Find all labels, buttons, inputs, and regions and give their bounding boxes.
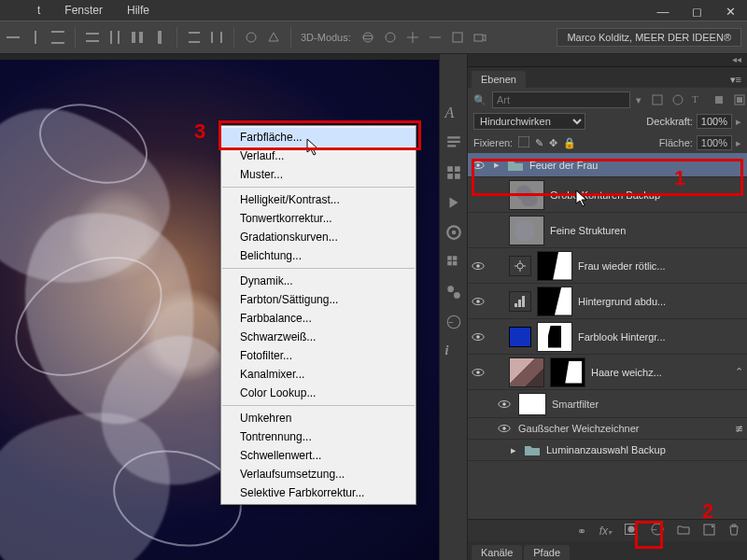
menu-item-invert[interactable]: Umkehren <box>221 409 416 427</box>
expand-icon[interactable]: ▸ <box>492 159 501 171</box>
smart-filter-item[interactable]: Gaußscher Weichzeichner ≢ <box>468 418 747 440</box>
lock-transparency-icon[interactable] <box>518 136 529 149</box>
layer-group[interactable]: ▸ Feuer der Frau <box>468 153 747 177</box>
layer-name[interactable]: Haare weichz... <box>591 367 729 378</box>
link-layers-icon[interactable]: ⚭ <box>577 525 586 538</box>
layer-group[interactable]: ▸ Luminanzauswahl Backup <box>468 440 747 461</box>
menu-item-threshold[interactable]: Schwellenwert... <box>221 446 416 465</box>
fill-value[interactable]: 100% <box>697 135 732 150</box>
tab-paths[interactable]: Pfade <box>524 545 570 560</box>
layer-row[interactable]: Feine Strukturen <box>468 213 747 248</box>
info-panel-icon[interactable]: i <box>445 343 462 360</box>
visibility-toggle[interactable] <box>470 258 486 274</box>
menu-item-brightness[interactable]: Helligkeit/Kontrast... <box>221 190 416 209</box>
visibility-toggle[interactable] <box>486 441 503 458</box>
visibility-toggle[interactable] <box>470 187 486 203</box>
layer-mask[interactable] <box>537 251 572 281</box>
menu-item-pattern[interactable]: Muster... <box>221 165 416 184</box>
menu-item[interactable]: t <box>37 4 40 17</box>
3d-camera-icon[interactable] <box>472 30 487 45</box>
minimize-button[interactable]: — <box>646 2 680 21</box>
distribute-icon[interactable] <box>209 30 224 45</box>
layer-mask[interactable] <box>550 357 585 387</box>
opacity-value[interactable]: 100% <box>697 114 732 129</box>
menu-item-color-balance[interactable]: Farbbalance... <box>221 309 416 328</box>
filter-mask[interactable] <box>518 393 546 415</box>
visibility-toggle[interactable] <box>470 293 486 310</box>
add-mask-icon[interactable] <box>625 524 638 538</box>
styles-panel-icon[interactable] <box>445 284 462 301</box>
layer-effects-icon[interactable]: fx▾ <box>599 525 612 538</box>
layer-name[interactable]: Farblook Hintergr... <box>578 331 743 343</box>
layer-name[interactable]: Feine Strukturen <box>550 225 743 236</box>
menu-item-levels[interactable]: Tonwertkorrektur... <box>221 209 416 228</box>
delete-layer-icon[interactable] <box>728 524 740 539</box>
layer-row[interactable]: Farblook Hintergr... <box>468 319 747 355</box>
menu-item-selective-color[interactable]: Selektive Farbkorrektur... <box>221 483 416 502</box>
align-icon[interactable] <box>50 30 65 45</box>
maximize-button[interactable]: ◻ <box>680 2 713 21</box>
new-layer-icon[interactable] <box>703 524 715 539</box>
new-adjustment-layer-icon[interactable] <box>651 523 664 539</box>
menu-item-bw[interactable]: Schwarzweiß... <box>221 328 416 346</box>
layer-row[interactable]: Haare weichz... ⌃ <box>468 355 747 390</box>
layer-filter-input[interactable] <box>492 91 630 108</box>
layer-mask[interactable] <box>537 287 572 316</box>
menu-item-color-lookup[interactable]: Color Lookup... <box>221 384 416 402</box>
layer-row[interactable]: Grobe Konturen Backup <box>468 177 747 213</box>
swatches-panel-icon[interactable] <box>445 254 462 271</box>
3d-scale-icon[interactable] <box>450 30 465 45</box>
actions-panel-icon[interactable] <box>445 194 462 211</box>
panel-collapse-bar[interactable]: ◂◂ <box>468 54 747 67</box>
3d-icon[interactable] <box>244 30 259 45</box>
3d-roll-icon[interactable] <box>383 30 398 45</box>
3d-icon[interactable] <box>266 30 281 45</box>
distribute-icon[interactable] <box>85 30 100 45</box>
menu-item-hue[interactable]: Farbton/Sättigung... <box>221 290 416 309</box>
visibility-toggle[interactable] <box>470 157 486 174</box>
panel-icon[interactable] <box>445 164 462 181</box>
layer-name[interactable]: Feuer der Frau <box>529 160 743 171</box>
panel-menu-icon[interactable]: ▾≡ <box>725 72 747 88</box>
layer-thumbnail[interactable] <box>509 357 544 387</box>
layer-mask[interactable] <box>537 322 572 352</box>
align-icon[interactable] <box>28 30 43 45</box>
lock-position-icon[interactable]: ✥ <box>549 137 557 149</box>
tab-channels[interactable]: Kanäle <box>472 545 522 560</box>
visibility-toggle[interactable] <box>470 222 486 239</box>
filter-adjust-icon[interactable] <box>671 93 684 106</box>
filter-type-icon[interactable]: T <box>692 93 705 106</box>
layer-thumbnail[interactable] <box>509 180 544 210</box>
visibility-toggle[interactable] <box>470 329 486 345</box>
layer-thumbnail[interactable] <box>509 216 544 245</box>
color-panel-icon[interactable] <box>445 224 462 241</box>
filter-options-icon[interactable]: ≢ <box>735 423 743 435</box>
distribute-icon[interactable] <box>187 30 202 45</box>
3d-slide-icon[interactable] <box>428 30 443 45</box>
expand-icon[interactable]: ▸ <box>509 444 518 456</box>
workspace-selector[interactable]: Marco Kolditz, MEER DER IDEEN® <box>557 28 741 47</box>
layer-name[interactable]: Hintergrund abdu... <box>578 296 743 307</box>
blend-mode-select[interactable]: Hindurchwirken <box>473 113 585 130</box>
distribute-icon[interactable] <box>130 30 145 45</box>
align-icon[interactable] <box>6 30 21 45</box>
layer-name[interactable]: Luminanzauswahl Backup <box>546 444 743 455</box>
smart-filter-header[interactable]: Smartfilter <box>468 390 747 418</box>
menu-item-curves[interactable]: Gradationskurven... <box>221 228 416 246</box>
paragraph-panel-icon[interactable] <box>445 134 462 151</box>
layer-name[interactable]: Frau wieder rötlic... <box>578 260 743 272</box>
menu-item-channel-mixer[interactable]: Kanalmixer... <box>221 365 416 384</box>
close-button[interactable]: ✕ <box>713 2 747 21</box>
filter-shape-icon[interactable] <box>712 93 726 106</box>
visibility-toggle[interactable] <box>496 420 513 437</box>
distribute-icon[interactable] <box>152 30 167 45</box>
lock-pixels-icon[interactable]: ✎ <box>535 137 543 149</box>
menu-item-photo-filter[interactable]: Fotofilter... <box>221 346 416 365</box>
expand-effects-icon[interactable]: ⌃ <box>735 366 743 378</box>
filter-pixel-icon[interactable] <box>651 93 664 106</box>
visibility-toggle[interactable] <box>496 396 513 413</box>
menu-item-gradient-map[interactable]: Verlaufsumsetzung... <box>221 465 416 483</box>
tab-layers[interactable]: Ebenen <box>472 71 526 88</box>
menu-item-exposure[interactable]: Belichtung... <box>221 246 416 265</box>
3d-orbit-icon[interactable] <box>360 30 375 45</box>
